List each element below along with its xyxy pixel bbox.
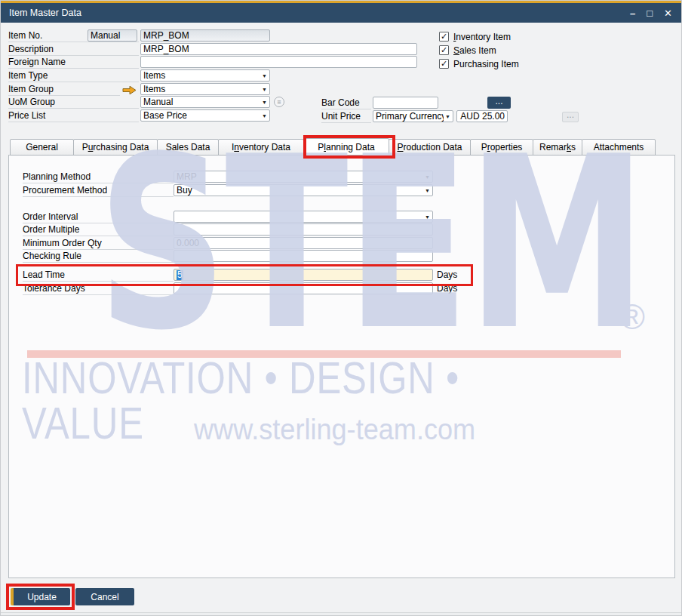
minimum-order-qty-input[interactable]: 0.000 <box>174 237 433 249</box>
chevron-down-icon: ▼ <box>425 174 430 180</box>
procurement-method-dropdown[interactable]: Buy▼ <box>174 184 433 196</box>
lead-time-label: Lead Time <box>23 270 174 282</box>
tab-inventory-data[interactable]: Inventory Data <box>218 139 304 156</box>
item-type-dropdown[interactable]: Items▼ <box>140 69 270 82</box>
uom-group-detail-icon[interactable]: ≡ <box>274 97 284 107</box>
cancel-button[interactable]: Cancel <box>75 588 134 605</box>
checkbox-row-purchasing-item: ✓Purchasing Item <box>439 58 519 69</box>
bar-code-input[interactable] <box>373 97 438 109</box>
item-no-series-dropdown[interactable]: Manual <box>88 29 137 42</box>
planning-row-order-multiple: Order Multiple <box>9 223 674 236</box>
tab-general[interactable]: General <box>10 139 74 156</box>
inventory-item-label: Inventory Item <box>453 32 511 42</box>
checkbox-sales-item[interactable]: ✓ <box>439 45 449 55</box>
window-title: Item Master Data <box>9 8 81 18</box>
item-group-dropdown[interactable]: Items▼ <box>140 83 270 95</box>
chevron-down-icon: ▼ <box>262 113 267 119</box>
description-input[interactable]: MRP_BOM <box>140 43 417 55</box>
item-group-label: Item Group <box>8 84 120 96</box>
price-list-label: Price List <box>8 110 139 122</box>
update-button[interactable]: Update <box>11 588 70 605</box>
planning-row-planning-method: Planning MethodMRP▼ <box>9 171 674 183</box>
chevron-down-icon: ▼ <box>425 188 430 193</box>
bar-code-label: Bar Code <box>321 97 371 109</box>
planning-row-minimum-order-qty: Minimum Order Qty0.000 <box>9 237 674 250</box>
unit-price-currency-dropdown[interactable]: Primary Currency▼ <box>373 110 453 122</box>
bar-code-browse-button[interactable]: ... <box>487 97 511 109</box>
titlebar: Item Master Data – □ ✕ <box>1 1 681 23</box>
price-list-dropdown[interactable]: Base Price▼ <box>140 109 270 122</box>
tab-remarks[interactable]: Remarks <box>533 139 582 156</box>
item-no-input[interactable]: MRP_BOM <box>140 29 270 42</box>
unit-price-label: Unit Price <box>321 111 371 123</box>
tab-sales-data[interactable]: Sales Data <box>157 139 219 156</box>
check-icon: ✓ <box>441 60 447 68</box>
unit-price-input[interactable]: AUD 25.00 <box>456 110 508 122</box>
lead-time-unit-label: Days <box>437 270 457 280</box>
order-multiple-label: Order Multiple <box>23 224 174 236</box>
item-group-link-arrow-icon[interactable] <box>122 85 137 98</box>
planning-form: Planning MethodMRP▼Procurement MethodBuy… <box>9 156 674 578</box>
planning-row-procurement-method: Procurement MethodBuy▼ <box>9 184 674 197</box>
order-interval-dropdown[interactable]: ▼ <box>174 211 433 223</box>
checkbox-inventory-item[interactable]: ✓ <box>439 32 449 42</box>
chevron-down-icon: ▼ <box>262 87 267 92</box>
order-multiple-input[interactable] <box>174 223 433 236</box>
minimum-order-qty-label: Minimum Order Qty <box>23 238 174 250</box>
checkbox-row-sales-item: ✓Sales Item <box>439 45 496 56</box>
uom-group-label: UoM Group <box>8 97 139 109</box>
planning-row-lead-time: Lead Time5Days <box>9 269 674 282</box>
checkbox-row-inventory-item: ✓Inventory Item <box>439 31 511 42</box>
procurement-method-label: Procurement Method <box>23 185 174 197</box>
foreign-name-input[interactable] <box>140 56 417 68</box>
tab-purchasing-data[interactable]: Purchasing Data <box>73 139 158 156</box>
item-type-label: Item Type <box>8 70 139 82</box>
planning-method-dropdown[interactable]: MRP▼ <box>174 171 433 183</box>
check-icon: ✓ <box>441 32 447 41</box>
unit-price-more-button[interactable]: ... <box>562 112 579 122</box>
tolerance-days-input[interactable] <box>174 282 433 294</box>
sales-item-label: Sales Item <box>453 45 496 56</box>
tab-bar: GeneralPurchasing DataSales DataInventor… <box>10 138 656 156</box>
chevron-down-icon: ▼ <box>445 114 450 119</box>
tab-properties[interactable]: Properties <box>470 139 533 156</box>
order-interval-label: Order Interval <box>23 211 174 223</box>
tab-attachments[interactable]: Attachments <box>582 139 656 156</box>
chevron-down-icon: ▼ <box>425 214 430 220</box>
check-icon: ✓ <box>441 46 447 54</box>
checkbox-purchasing-item[interactable]: ✓ <box>439 59 449 69</box>
checking-rule-input[interactable] <box>174 250 433 262</box>
planning-row-tolerance-days: Tolerance DaysDays <box>9 282 674 295</box>
tolerance-days-label: Tolerance Days <box>23 283 174 295</box>
purchasing-item-label: Purchasing Item <box>453 59 519 69</box>
foreign-name-label: Foreign Name <box>8 57 139 69</box>
checking-rule-label: Checking Rule <box>23 251 174 263</box>
uom-group-dropdown[interactable]: Manual▼ <box>140 96 270 108</box>
planning-method-label: Planning Method <box>23 171 174 183</box>
close-icon[interactable]: ✕ <box>664 8 672 18</box>
chevron-down-icon: ▼ <box>262 73 267 79</box>
maximize-icon[interactable]: □ <box>647 8 653 18</box>
tab-planning-data[interactable]: Planning Data <box>303 138 389 156</box>
planning-row-checking-rule: Checking Rule <box>9 250 674 263</box>
planning-row-order-interval: Order Interval▼ <box>9 211 674 223</box>
minimize-icon[interactable]: – <box>630 8 635 18</box>
chevron-down-icon: ▼ <box>262 100 267 105</box>
description-label: Description <box>8 44 139 56</box>
lead-time-input[interactable]: 5 <box>174 269 433 281</box>
window-bottom-edge <box>1 612 681 616</box>
item-master-data-window: Item Master Data – □ ✕ Item No. Descript… <box>0 0 682 616</box>
planning-tab-panel: Planning MethodMRP▼Procurement MethodBuy… <box>8 155 675 578</box>
tolerance-days-unit-label: Days <box>437 283 457 294</box>
tab-production-data[interactable]: Production Data <box>389 139 471 156</box>
